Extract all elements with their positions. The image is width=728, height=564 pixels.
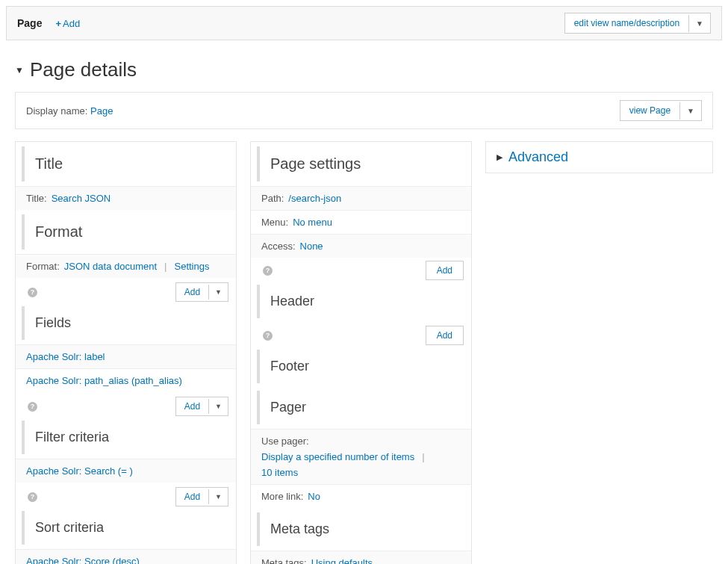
access-row: Access: None [251, 234, 471, 258]
help-icon[interactable]: ? [28, 402, 37, 412]
sort-add-label: Add [176, 488, 208, 506]
chevron-down-icon[interactable]: ▼ [208, 399, 228, 414]
menu-value[interactable]: No menu [293, 217, 332, 228]
format-value[interactable]: JSON data document [64, 261, 157, 272]
sort-add-row: ? Add ▼ [16, 483, 236, 506]
chevron-down-icon[interactable]: ▼ [208, 489, 228, 504]
use-pager-value[interactable]: Display a specified number of items [261, 451, 414, 462]
more-link-label: More link: [261, 491, 303, 502]
path-row: Path: /search-json [251, 186, 471, 210]
plus-icon: + [55, 18, 61, 29]
footer-add-label: Add [426, 326, 463, 344]
tabs-left: Page + Add [17, 17, 80, 29]
column-left: Title Title: Search JSON Format Format: … [15, 141, 237, 564]
sort-row: Apache Solr: Score (desc) [16, 549, 236, 564]
footer-add-row: ? Add [251, 323, 471, 345]
header-add-label: Add [426, 261, 463, 279]
chevron-down-icon[interactable]: ▼ [688, 15, 710, 32]
fields-add-row: ? Add ▼ [16, 278, 236, 302]
display-name-value[interactable]: Page [90, 105, 113, 117]
help-icon[interactable]: ? [28, 288, 37, 297]
help-icon[interactable]: ? [263, 331, 273, 341]
section-sort: Sort criteria [22, 511, 230, 545]
header-add-row: ? Add [251, 258, 471, 280]
chevron-down-icon[interactable]: ▼ [679, 102, 701, 120]
field-item[interactable]: Apache Solr: label [26, 351, 105, 362]
page-details-heading-text: Page details [30, 58, 137, 81]
fields-add-label: Add [176, 283, 208, 301]
chevron-down-icon[interactable]: ▼ [208, 285, 228, 300]
edit-view-name-label: edit view name/description [565, 13, 688, 33]
section-page-settings: Page settings [257, 146, 465, 182]
section-title: Title [22, 146, 230, 182]
format-row: Format: JSON data document | Settings [16, 254, 236, 278]
display-name-label: Display name: [26, 105, 87, 117]
display-name-left: Display name: Page [26, 105, 113, 117]
use-pager-row: Use pager: Display a specified number of… [251, 429, 471, 484]
format-label: Format: [26, 261, 60, 272]
path-label: Path: [261, 193, 284, 204]
display-name-row: Display name: Page view Page ▼ [15, 92, 713, 129]
more-link-row: More link: No [251, 484, 471, 508]
section-fields: Fields [22, 306, 230, 340]
pipe-separator: | [422, 451, 424, 462]
field-item[interactable]: Apache Solr: path_alias (path_alias) [26, 375, 182, 386]
filter-add-row: ? Add ▼ [16, 392, 236, 416]
section-meta: Meta tags [257, 512, 465, 546]
field-row: Apache Solr: path_alias (path_alias) [16, 368, 236, 392]
footer-add-button[interactable]: Add [426, 326, 464, 345]
advanced-label: Advanced [508, 149, 568, 165]
sort-item[interactable]: Apache Solr: Score (desc) [26, 556, 140, 564]
meta-label: Meta tags: [261, 557, 307, 564]
page-details-heading[interactable]: ▼ Page details [15, 58, 713, 81]
title-value[interactable]: Search JSON [52, 193, 111, 204]
filter-add-label: Add [176, 397, 208, 415]
fields-add-button[interactable]: Add ▼ [175, 282, 228, 302]
tab-page[interactable]: Page [17, 17, 42, 29]
caret-right-icon: ▶ [497, 152, 503, 162]
meta-row: Meta tags: Using defaults [251, 551, 471, 564]
add-display-label: Add [63, 18, 80, 29]
help-icon[interactable]: ? [28, 492, 37, 502]
columns: Title Title: Search JSON Format Format: … [15, 141, 713, 564]
header-add-button[interactable]: Add [426, 261, 464, 280]
menu-row: Menu: No menu [251, 210, 471, 234]
help-icon[interactable]: ? [263, 266, 273, 276]
title-row: Title: Search JSON [16, 186, 236, 210]
section-footer: Footer [257, 350, 465, 383]
more-link-value[interactable]: No [308, 491, 320, 502]
format-settings-link[interactable]: Settings [174, 261, 209, 272]
advanced-toggle[interactable]: ▶ Advanced [485, 141, 713, 173]
title-label: Title: [26, 193, 47, 204]
edit-view-name-button[interactable]: edit view name/description ▼ [564, 13, 711, 34]
section-filter: Filter criteria [22, 421, 230, 454]
use-pager-label: Use pager: [261, 436, 309, 447]
sort-add-button[interactable]: Add ▼ [175, 487, 228, 506]
filter-add-button[interactable]: Add ▼ [175, 397, 228, 416]
menu-label: Menu: [261, 217, 288, 228]
main-content: ▼ Page details Display name: Page view P… [0, 40, 728, 564]
field-row: Apache Solr: label [16, 344, 236, 368]
view-page-label: view Page [620, 101, 679, 120]
access-label: Access: [261, 241, 296, 252]
view-page-button[interactable]: view Page ▼ [620, 100, 702, 121]
pager-items-link[interactable]: 10 items [261, 467, 298, 478]
section-header: Header [257, 285, 465, 318]
add-display-link[interactable]: + Add [55, 18, 80, 29]
section-format: Format [22, 214, 230, 250]
meta-value[interactable]: Using defaults [311, 557, 373, 564]
pipe-separator: | [164, 261, 167, 272]
filter-item[interactable]: Apache Solr: Search (= ) [26, 465, 133, 477]
access-value[interactable]: None [300, 241, 323, 252]
display-tabs-bar: Page + Add edit view name/description ▼ [6, 6, 722, 40]
path-value[interactable]: /search-json [288, 193, 341, 204]
filter-row: Apache Solr: Search (= ) [16, 459, 236, 483]
column-right: ▶ Advanced [485, 141, 713, 173]
caret-down-icon: ▼ [15, 65, 24, 75]
section-pager: Pager [257, 391, 465, 424]
column-middle: Page settings Path: /search-json Menu: N… [250, 141, 472, 564]
